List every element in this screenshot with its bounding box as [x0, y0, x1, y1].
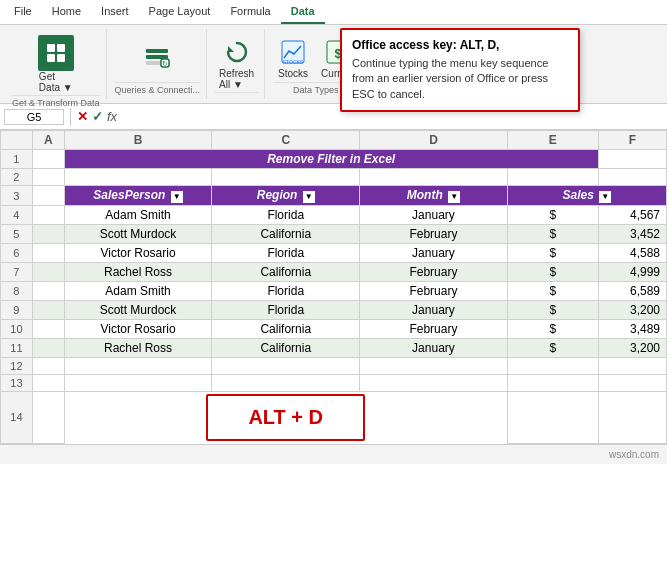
- cell-a3[interactable]: [32, 186, 64, 206]
- filter-sales-btn[interactable]: ▼: [599, 191, 611, 203]
- refresh-button[interactable]: RefreshAll ▼: [215, 34, 258, 92]
- cell-a8[interactable]: [32, 282, 64, 301]
- cell-d11[interactable]: January: [360, 339, 508, 358]
- cell-c10[interactable]: California: [212, 320, 360, 339]
- cell-a5[interactable]: [32, 225, 64, 244]
- cell-e10-val[interactable]: 3,489: [598, 320, 666, 339]
- cell-f14[interactable]: [598, 392, 666, 444]
- name-box[interactable]: [4, 109, 64, 125]
- filter-month-btn[interactable]: ▼: [448, 191, 460, 203]
- tab-page-layout[interactable]: Page Layout: [139, 0, 221, 24]
- cell-e11-dollar[interactable]: $: [507, 339, 598, 358]
- cell-e4-dollar[interactable]: $: [507, 206, 598, 225]
- cell-c9[interactable]: Florida: [212, 301, 360, 320]
- cell-a10[interactable]: [32, 320, 64, 339]
- cell-b13[interactable]: [64, 375, 212, 392]
- cell-d12[interactable]: [360, 358, 508, 375]
- cell-c2[interactable]: [212, 169, 360, 186]
- header-month[interactable]: Month ▼: [360, 186, 508, 206]
- header-region[interactable]: Region ▼: [212, 186, 360, 206]
- cancel-formula-icon[interactable]: ✕: [77, 109, 88, 124]
- cell-d5[interactable]: February: [360, 225, 508, 244]
- cell-e6-dollar[interactable]: $: [507, 244, 598, 263]
- cell-f12[interactable]: [598, 358, 666, 375]
- col-header-e[interactable]: E: [507, 131, 598, 150]
- tab-home[interactable]: Home: [42, 0, 91, 24]
- cell-c13[interactable]: [212, 375, 360, 392]
- cell-f2[interactable]: [598, 169, 666, 186]
- cell-e5-dollar[interactable]: $: [507, 225, 598, 244]
- cell-b5[interactable]: Scott Murdock: [64, 225, 212, 244]
- cell-c11[interactable]: California: [212, 339, 360, 358]
- title-cell[interactable]: Remove Filter in Excel: [64, 150, 598, 169]
- cell-e9-dollar[interactable]: $: [507, 301, 598, 320]
- cell-c8[interactable]: Florida: [212, 282, 360, 301]
- confirm-formula-icon[interactable]: ✓: [92, 109, 103, 124]
- tab-insert[interactable]: Insert: [91, 0, 139, 24]
- cell-e11-val[interactable]: 3,200: [598, 339, 666, 358]
- tab-data[interactable]: Data: [281, 0, 325, 24]
- header-salesperson[interactable]: SalesPerson ▼: [64, 186, 212, 206]
- cell-a4[interactable]: [32, 206, 64, 225]
- header-sales[interactable]: Sales ▼: [507, 186, 666, 206]
- cell-a14[interactable]: [32, 392, 64, 444]
- cell-c5[interactable]: California: [212, 225, 360, 244]
- cell-e7-val[interactable]: 4,999: [598, 263, 666, 282]
- cell-d2[interactable]: [360, 169, 508, 186]
- cell-a13[interactable]: [32, 375, 64, 392]
- cell-d7[interactable]: February: [360, 263, 508, 282]
- cell-a9[interactable]: [32, 301, 64, 320]
- col-header-f[interactable]: F: [598, 131, 666, 150]
- cell-a12[interactable]: [32, 358, 64, 375]
- cell-e8-val[interactable]: 6,589: [598, 282, 666, 301]
- cell-b6[interactable]: Victor Rosario: [64, 244, 212, 263]
- cell-a1[interactable]: [32, 150, 64, 169]
- cell-b11[interactable]: Rachel Ross: [64, 339, 212, 358]
- tab-formulas[interactable]: Formula: [220, 0, 280, 24]
- col-header-d[interactable]: D: [360, 131, 508, 150]
- cell-a2[interactable]: [32, 169, 64, 186]
- cell-e13[interactable]: [507, 375, 598, 392]
- cell-d10[interactable]: February: [360, 320, 508, 339]
- cell-b4[interactable]: Adam Smith: [64, 206, 212, 225]
- cell-d8[interactable]: February: [360, 282, 508, 301]
- cell-e9-val[interactable]: 3,200: [598, 301, 666, 320]
- cell-b10[interactable]: Victor Rosario: [64, 320, 212, 339]
- cell-c6[interactable]: Florida: [212, 244, 360, 263]
- cell-e5-val[interactable]: 3,452: [598, 225, 666, 244]
- cell-e4-val[interactable]: 4,567: [598, 206, 666, 225]
- cell-e10-dollar[interactable]: $: [507, 320, 598, 339]
- cell-e14[interactable]: [507, 392, 598, 444]
- cell-c12[interactable]: [212, 358, 360, 375]
- cell-c7[interactable]: California: [212, 263, 360, 282]
- cell-a7[interactable]: [32, 263, 64, 282]
- queries-button[interactable]: ↻: [137, 40, 177, 76]
- cell-e12[interactable]: [507, 358, 598, 375]
- cell-c4[interactable]: Florida: [212, 206, 360, 225]
- cell-b8[interactable]: Adam Smith: [64, 282, 212, 301]
- cell-b2[interactable]: [64, 169, 212, 186]
- filter-region-btn[interactable]: ▼: [303, 191, 315, 203]
- cell-f1[interactable]: [598, 150, 666, 169]
- tab-file[interactable]: File: [4, 0, 42, 24]
- cell-b12[interactable]: [64, 358, 212, 375]
- cell-d13[interactable]: [360, 375, 508, 392]
- cell-a6[interactable]: [32, 244, 64, 263]
- cell-e8-dollar[interactable]: $: [507, 282, 598, 301]
- cell-e6-val[interactable]: 4,588: [598, 244, 666, 263]
- col-header-a[interactable]: A: [32, 131, 64, 150]
- fx-icon[interactable]: fx: [107, 109, 117, 124]
- filter-salesperson-btn[interactable]: ▼: [171, 191, 183, 203]
- cell-b9[interactable]: Scott Murdock: [64, 301, 212, 320]
- get-data-button[interactable]: GetData ▼: [34, 33, 78, 95]
- cell-d9[interactable]: January: [360, 301, 508, 320]
- col-header-b[interactable]: B: [64, 131, 212, 150]
- cell-f13[interactable]: [598, 375, 666, 392]
- col-header-c[interactable]: C: [212, 131, 360, 150]
- cell-e2[interactable]: [507, 169, 598, 186]
- cell-b7[interactable]: Rachel Ross: [64, 263, 212, 282]
- cell-d6[interactable]: January: [360, 244, 508, 263]
- cell-a11[interactable]: [32, 339, 64, 358]
- cell-e7-dollar[interactable]: $: [507, 263, 598, 282]
- cell-d4[interactable]: January: [360, 206, 508, 225]
